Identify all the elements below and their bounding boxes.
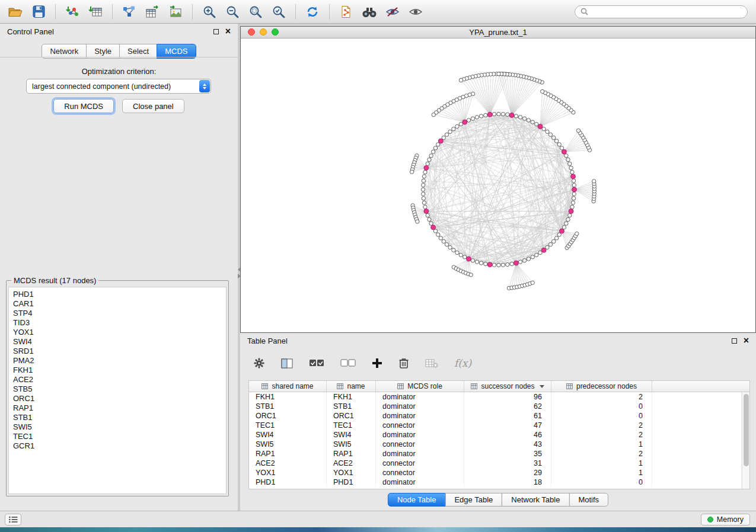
column-header-predecessor-nodes[interactable]: predecessor nodes (551, 381, 652, 392)
application-window: Control Panel × Network Style Select MCD… (0, 0, 756, 532)
column-icon (337, 383, 343, 389)
task-history-button[interactable] (5, 514, 21, 525)
function-builder-button[interactable]: f(x) (454, 357, 471, 369)
import-table-button[interactable] (86, 3, 105, 21)
cell-successor-nodes: 29 (464, 468, 551, 477)
cell-successor-nodes: 61 (464, 411, 551, 421)
mcds-result-item[interactable]: STB5 (13, 384, 226, 394)
mcds-result-item[interactable]: TEC1 (13, 432, 226, 441)
table-row[interactable]: ACE2ACE2connector311 (249, 459, 742, 468)
tab-motifs[interactable]: Motifs (569, 493, 608, 507)
tab-network-table[interactable]: Network Table (502, 493, 569, 507)
float-panel-icon[interactable] (213, 29, 219, 34)
network-window-title: YPA_prune.txt_1 (469, 28, 527, 37)
select-all-button[interactable] (309, 359, 324, 367)
run-mcds-button[interactable]: Run MCDS (53, 99, 114, 113)
open-file-button[interactable] (6, 3, 25, 21)
refresh-view-button[interactable] (303, 3, 322, 21)
minimize-window-button[interactable] (260, 28, 267, 36)
share-document-button[interactable] (337, 3, 356, 21)
tab-node-table[interactable]: Node Table (388, 493, 446, 507)
search-input[interactable] (592, 8, 742, 16)
zoom-selected-button[interactable] (269, 3, 288, 21)
mcds-result-list[interactable]: PHD1CAR1STP4TID3YOX1SWI4SRD1PMA2FKH1ACE2… (8, 287, 227, 494)
criterion-dropdown[interactable]: largest connected component (undirected) (26, 79, 211, 94)
add-column-button[interactable] (372, 358, 382, 368)
scrollbar-thumb[interactable] (744, 394, 749, 466)
save-session-button[interactable] (29, 3, 48, 21)
close-panel-icon[interactable]: × (225, 28, 231, 35)
mcds-result-item[interactable]: YOX1 (13, 328, 226, 337)
cell-predecessor-nodes: 0 (551, 402, 652, 411)
export-network-button[interactable] (120, 3, 139, 21)
mcds-result-item[interactable]: PHD1 (13, 290, 226, 299)
delete-table-button[interactable] (425, 358, 438, 368)
memory-label: Memory (717, 515, 744, 524)
network-graph[interactable] (241, 39, 755, 332)
mcds-result-item[interactable]: CAR1 (13, 299, 226, 309)
zoom-out-button[interactable] (223, 3, 242, 21)
table-row[interactable]: SWI4SWI4dominator462 (249, 430, 742, 440)
mcds-result-item[interactable]: ORC1 (13, 394, 226, 403)
memory-button[interactable]: Memory (701, 514, 750, 525)
export-table-button[interactable] (143, 3, 162, 21)
delete-column-button[interactable] (398, 357, 409, 369)
deselect-all-button[interactable] (340, 359, 356, 367)
float-table-panel-icon[interactable] (732, 338, 737, 344)
mcds-result-item[interactable]: PMA2 (13, 356, 226, 366)
table-row[interactable]: FKH1FKH1dominator962 (249, 392, 742, 402)
table-scrollbar[interactable] (742, 392, 749, 489)
zoom-fit-button[interactable] (246, 3, 265, 21)
cell-filler (652, 477, 742, 487)
mcds-result-item[interactable]: SWI5 (13, 422, 226, 432)
cell-name: FKH1 (327, 392, 376, 402)
column-header-successor-nodes[interactable]: successor nodes (464, 381, 551, 392)
network-canvas[interactable] (241, 39, 755, 332)
mcds-result-item[interactable]: STP4 (13, 309, 226, 318)
show-columns-button[interactable] (281, 358, 293, 368)
find-neighbors-button[interactable] (360, 3, 379, 21)
table-toolbar: f(x) (253, 352, 471, 374)
zoom-in-icon (202, 5, 216, 19)
mcds-result-item[interactable]: GCR1 (13, 441, 226, 451)
mcds-result-group: MCDS result (17 nodes) PHD1CAR1STP4TID3Y… (6, 276, 229, 496)
column-header-shared-name[interactable]: shared name (249, 381, 327, 392)
status-bar: Memory (0, 511, 756, 527)
memory-status-icon (707, 517, 713, 523)
table-row[interactable]: RAP1RAP1dominator352 (249, 449, 742, 459)
cell-predecessor-nodes: 0 (551, 477, 652, 487)
cell-successor-nodes: 96 (464, 392, 551, 402)
import-network-button[interactable] (63, 3, 82, 21)
mcds-result-item[interactable]: SRD1 (13, 347, 226, 356)
table-panel: Table Panel × f(x) shared name name MCDS… (240, 333, 756, 511)
mcds-result-item[interactable]: RAP1 (13, 403, 226, 413)
mcds-result-item[interactable]: TID3 (13, 318, 226, 328)
column-header-name[interactable]: name (327, 381, 376, 392)
mcds-result-item[interactable]: SWI4 (13, 337, 226, 347)
close-panel-button[interactable]: Close panel (122, 99, 184, 113)
table-row[interactable]: ORC1ORC1dominator610 (249, 411, 742, 421)
table-row[interactable]: SWI5SWI5connector431 (249, 440, 742, 449)
export-network-icon (122, 5, 136, 18)
table-row[interactable]: STB1STB1dominator620 (249, 402, 742, 411)
table-row[interactable]: YOX1YOX1connector291 (249, 468, 742, 477)
table-settings-button[interactable] (253, 357, 265, 369)
show-graphics-details-button[interactable] (406, 3, 425, 21)
mcds-result-item[interactable]: ACE2 (13, 375, 226, 384)
tab-edge-table[interactable]: Edge Table (445, 493, 502, 507)
close-window-button[interactable] (248, 28, 255, 36)
zoom-in-button[interactable] (200, 3, 219, 21)
desktop-wallpaper (0, 527, 756, 532)
cell-name: STB1 (327, 402, 376, 411)
close-table-panel-icon[interactable]: × (744, 337, 749, 344)
table-row[interactable]: PHD1PHD1dominator180 (249, 477, 742, 487)
mcds-result-item[interactable]: FKH1 (13, 366, 226, 375)
export-image-button[interactable] (166, 3, 185, 21)
maximize-window-button[interactable] (272, 28, 279, 36)
hide-graphics-details-button[interactable] (383, 3, 402, 21)
column-header-mcds-role[interactable]: MCDS role (376, 381, 464, 392)
cell-name: PHD1 (327, 477, 376, 487)
cell-mcds-role: dominator (376, 411, 464, 421)
table-row[interactable]: TEC1TEC1connector472 (249, 421, 742, 430)
mcds-result-item[interactable]: STB1 (13, 413, 226, 422)
